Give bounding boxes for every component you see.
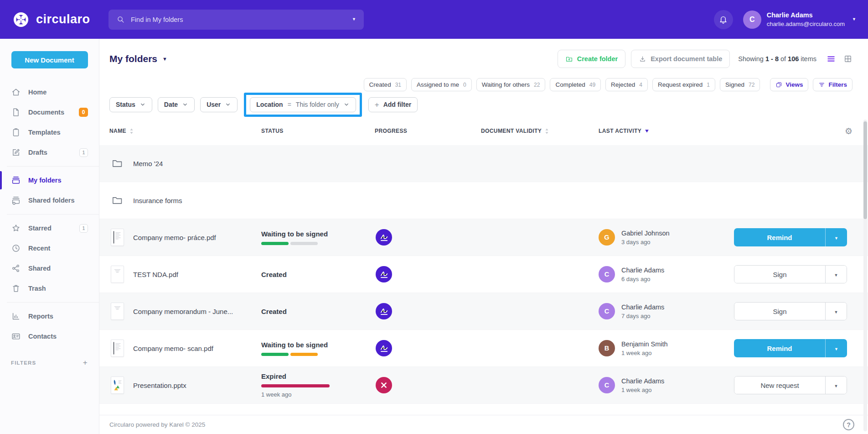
sidebar-item-shared-folders[interactable]: Shared folders: [0, 190, 99, 210]
filter-chip-completed[interactable]: Completed 49: [550, 78, 601, 91]
views-icon: [775, 81, 782, 88]
filter-chip-signed[interactable]: Signed 72: [720, 78, 760, 91]
views-button[interactable]: Views: [770, 78, 808, 91]
action-dropdown-button[interactable]: ▼: [825, 339, 847, 357]
sidebar: New Document Home Documents 0 Templates …: [0, 39, 99, 434]
notifications-button[interactable]: [714, 10, 733, 29]
sidebar-item-home[interactable]: Home: [0, 82, 99, 102]
filter-chip-assigned-to-me[interactable]: Assigned to me 0: [411, 78, 472, 91]
actor-name: Benjamin Smith: [621, 340, 668, 348]
location-filter-dropdown[interactable]: Location = This folder only: [250, 97, 356, 112]
sidebar-item-recent[interactable]: Recent: [0, 238, 99, 258]
action-dropdown-button[interactable]: ▼: [825, 376, 847, 394]
bell-icon: [718, 15, 728, 24]
folder-icon: [111, 157, 123, 169]
status-chips-row: Created 31 Assigned to me 0 Waiting for …: [109, 78, 852, 91]
table-row-company-memorandum-june[interactable]: Company memorandum - June... Created C C…: [99, 293, 868, 330]
column-header-status: STATUS: [261, 128, 375, 134]
toolbar: My folders ▼ Create folder Export docume…: [109, 50, 852, 68]
sign-button[interactable]: Sign: [734, 266, 825, 283]
table-row-presentation-pptx[interactable]: Presentation.pptx Expired 1 week ago C C…: [99, 367, 868, 404]
vertical-scrollbar-thumb[interactable]: [863, 121, 867, 219]
action-dropdown-button[interactable]: ▼: [825, 228, 847, 246]
user-filter-dropdown[interactable]: User: [200, 97, 238, 112]
item-name: Company memo- scan.pdf: [133, 345, 213, 352]
footer-text: Circularo powered by Karel © 2025: [109, 421, 205, 428]
filters-button[interactable]: Filters: [813, 78, 852, 91]
sidebar-item-starred[interactable]: Starred 1: [0, 218, 99, 238]
sort-icon: [129, 128, 134, 135]
table-row-insurance-forms[interactable]: Insurance forms: [99, 182, 868, 219]
item-name: Company memo- práce.pdf: [133, 234, 216, 241]
sidebar-item-reports[interactable]: Reports: [0, 306, 99, 326]
sidebar-item-drafts[interactable]: Drafts 1: [0, 142, 99, 162]
filter-chip-created[interactable]: Created 31: [364, 78, 407, 91]
filter-chip-request-expired[interactable]: Request expired 1: [652, 78, 715, 91]
location-filter-highlight: Location = This folder only: [244, 93, 362, 117]
new-document-button[interactable]: New Document: [11, 51, 88, 68]
action-button-group: Remind ▼: [734, 339, 847, 357]
chevron-down-icon: [225, 101, 231, 108]
cross-circle-icon: [376, 377, 392, 393]
status-text: Expired: [261, 372, 375, 380]
table-row-company-memo-pr-ce-pdf[interactable]: Company memo- práce.pdf Waiting to be si…: [99, 219, 868, 256]
search-placeholder: Find in My folders: [131, 16, 346, 23]
table-row-company-memo-scan-pdf[interactable]: Company memo- scan.pdf Waiting to be sig…: [99, 330, 868, 367]
sidebar-item-trash[interactable]: Trash: [0, 278, 99, 298]
filter-icon: [818, 81, 825, 88]
avatar: C: [743, 10, 761, 29]
column-header-progress: PROGRESS: [375, 128, 481, 134]
sidebar-item-templates[interactable]: Templates: [0, 122, 99, 142]
global-search-input[interactable]: Find in My folders ▼: [108, 10, 364, 30]
action-dropdown-button[interactable]: ▼: [825, 266, 847, 283]
search-scope-caret-icon[interactable]: ▼: [352, 17, 356, 21]
account-menu[interactable]: C Charlie Adams charlie.adams@circularo.…: [743, 10, 856, 29]
trash-icon: [11, 283, 21, 293]
circularo-logo-icon: [12, 10, 30, 29]
clock-icon: [11, 243, 21, 253]
column-header-document-validity[interactable]: DOCUMENT VALIDITY: [481, 128, 599, 135]
sidebar-item-shared[interactable]: Shared: [0, 258, 99, 278]
column-header-name[interactable]: NAME: [109, 128, 261, 135]
list-view-icon[interactable]: [827, 54, 836, 63]
remind-button[interactable]: Remind: [734, 228, 825, 246]
sidebar-item-my-folders[interactable]: My folders: [0, 170, 99, 190]
table-settings-gear-icon[interactable]: ⚙: [845, 127, 852, 136]
activity-time: 1 week ago: [621, 387, 664, 393]
edit-icon: [11, 147, 21, 157]
grid-view-icon[interactable]: [843, 54, 852, 63]
progress-bar: [261, 353, 375, 356]
help-button[interactable]: ?: [843, 419, 854, 430]
chip-count: 72: [749, 82, 754, 88]
column-header-last-activity[interactable]: LAST ACTIVITY: [599, 128, 734, 134]
chevron-down-icon: [182, 101, 188, 108]
action-dropdown-button[interactable]: ▼: [825, 303, 847, 320]
create-folder-button[interactable]: Create folder: [558, 50, 625, 68]
filter-chip-rejected[interactable]: Rejected 4: [605, 78, 648, 91]
account-caret-icon: ▼: [852, 17, 856, 21]
table-row-memo-24[interactable]: Memo '24: [99, 145, 868, 182]
avatar: B: [599, 340, 615, 356]
filter-bar: Status Date User Location = This folder …: [109, 93, 868, 116]
remind-button[interactable]: Remind: [734, 339, 825, 357]
status-filter-dropdown[interactable]: Status: [109, 97, 152, 112]
item-name: Presentation.pptx: [133, 382, 186, 389]
table-row-test-nda-pdf[interactable]: TEST NDA.pdf Created C Charlie Adams 6 d…: [99, 256, 868, 293]
page-title[interactable]: My folders ▼: [109, 53, 167, 64]
filter-chip-waiting-for-others[interactable]: Waiting for others 22: [476, 78, 546, 91]
new-request-button[interactable]: New request: [734, 376, 825, 394]
date-filter-dropdown[interactable]: Date: [158, 97, 195, 112]
main-content: My folders ▼ Create folder Export docume…: [99, 39, 868, 434]
clipboard-icon: [11, 127, 21, 137]
user-email: charlie.adams@circularo.com: [767, 20, 845, 28]
add-filter-button[interactable]: + Add filter: [368, 97, 418, 112]
add-saved-filter-button[interactable]: +: [83, 358, 88, 367]
sign-button[interactable]: Sign: [734, 303, 825, 320]
sidebar-item-contacts[interactable]: Contacts: [0, 326, 99, 346]
actor-name: Charlie Adams: [621, 303, 664, 311]
sidebar-item-documents[interactable]: Documents 0: [0, 102, 99, 122]
brand[interactable]: circularo: [12, 10, 108, 29]
folder-icon: [111, 194, 123, 206]
export-document-table-button[interactable]: Export document table: [631, 50, 730, 68]
title-dropdown-caret-icon[interactable]: ▼: [162, 57, 167, 62]
